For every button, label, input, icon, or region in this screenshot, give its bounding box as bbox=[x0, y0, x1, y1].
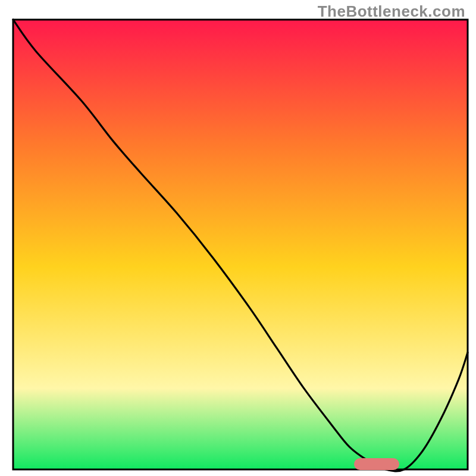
chart-svg bbox=[0, 0, 476, 476]
watermark-text: TheBottleneck.com bbox=[318, 2, 465, 21]
optimal-range-marker bbox=[354, 458, 399, 470]
plot-background bbox=[13, 20, 468, 469]
chart-frame: TheBottleneck.com bbox=[0, 0, 476, 476]
